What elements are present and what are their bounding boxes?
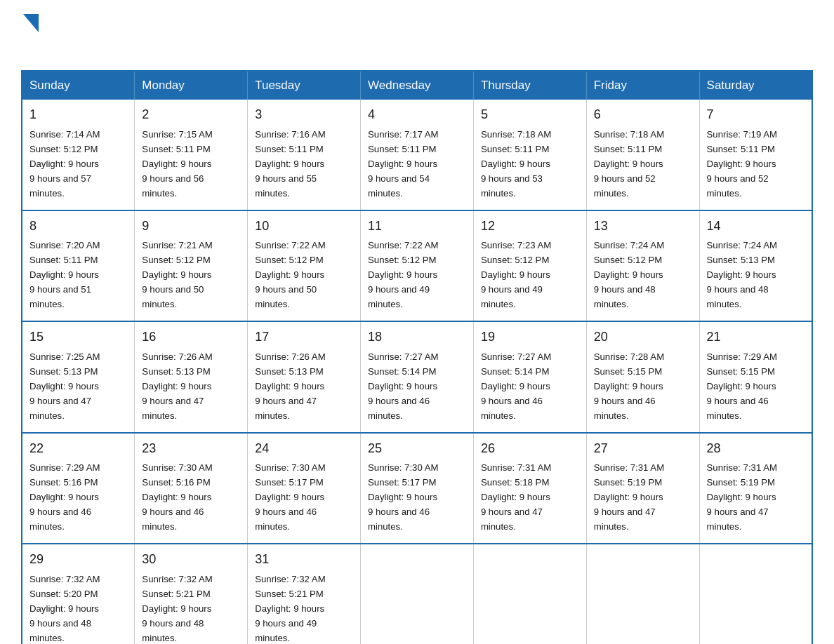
- calendar-cell: 29Sunrise: 7:32 AMSunset: 5:20 PMDayligh…: [22, 544, 135, 644]
- calendar-cell: [699, 544, 812, 644]
- day-number: 27: [594, 439, 692, 459]
- header: [21, 14, 813, 58]
- day-number: 26: [481, 439, 579, 459]
- day-info: Sunrise: 7:24 AMSunset: 5:12 PMDaylight:…: [594, 240, 664, 309]
- calendar-cell: 21Sunrise: 7:29 AMSunset: 5:15 PMDayligh…: [699, 321, 812, 433]
- day-info: Sunrise: 7:17 AMSunset: 5:11 PMDaylight:…: [368, 129, 438, 199]
- calendar-cell: 4Sunrise: 7:17 AMSunset: 5:11 PMDaylight…: [361, 100, 474, 210]
- calendar-cell: 3Sunrise: 7:16 AMSunset: 5:11 PMDaylight…: [248, 100, 361, 210]
- day-info: Sunrise: 7:22 AMSunset: 5:12 PMDaylight:…: [368, 240, 438, 309]
- day-number: 2: [142, 105, 240, 125]
- column-header-monday: Monday: [135, 71, 248, 100]
- calendar-cell: 15Sunrise: 7:25 AMSunset: 5:13 PMDayligh…: [22, 321, 135, 433]
- day-number: 3: [255, 105, 353, 125]
- calendar-cell: 22Sunrise: 7:29 AMSunset: 5:16 PMDayligh…: [22, 433, 135, 544]
- calendar-cell: 7Sunrise: 7:19 AMSunset: 5:11 PMDaylight…: [699, 100, 812, 210]
- calendar-cell: 6Sunrise: 7:18 AMSunset: 5:11 PMDaylight…: [586, 100, 699, 210]
- day-number: 6: [594, 105, 692, 125]
- column-header-sunday: Sunday: [22, 71, 135, 100]
- column-header-tuesday: Tuesday: [248, 71, 361, 100]
- column-header-wednesday: Wednesday: [361, 71, 474, 100]
- calendar-cell: 12Sunrise: 7:23 AMSunset: 5:12 PMDayligh…: [473, 210, 586, 322]
- calendar-cell: 27Sunrise: 7:31 AMSunset: 5:19 PMDayligh…: [586, 433, 699, 544]
- calendar-cell: 13Sunrise: 7:24 AMSunset: 5:12 PMDayligh…: [586, 210, 699, 322]
- day-info: Sunrise: 7:28 AMSunset: 5:15 PMDaylight:…: [594, 351, 664, 421]
- day-info: Sunrise: 7:32 AMSunset: 5:21 PMDaylight:…: [142, 574, 212, 643]
- day-number: 24: [255, 439, 353, 459]
- column-header-friday: Friday: [586, 71, 699, 100]
- day-number: 31: [255, 550, 353, 570]
- calendar-cell: 2Sunrise: 7:15 AMSunset: 5:11 PMDaylight…: [135, 100, 248, 210]
- calendar-cell: [473, 544, 586, 644]
- day-number: 8: [29, 217, 127, 236]
- calendar-cell: 8Sunrise: 7:20 AMSunset: 5:11 PMDaylight…: [22, 210, 135, 322]
- day-info: Sunrise: 7:18 AMSunset: 5:11 PMDaylight:…: [481, 129, 551, 199]
- calendar-table: SundayMondayTuesdayWednesdayThursdayFrid…: [21, 70, 813, 644]
- day-info: Sunrise: 7:27 AMSunset: 5:14 PMDaylight:…: [368, 351, 438, 421]
- day-info: Sunrise: 7:26 AMSunset: 5:13 PMDaylight:…: [255, 351, 325, 421]
- day-number: 15: [29, 328, 127, 347]
- calendar-cell: 10Sunrise: 7:22 AMSunset: 5:12 PMDayligh…: [248, 210, 361, 322]
- calendar-cell: 14Sunrise: 7:24 AMSunset: 5:13 PMDayligh…: [699, 210, 812, 322]
- day-number: 13: [594, 217, 692, 236]
- day-number: 21: [707, 328, 805, 347]
- calendar-week-row: 22Sunrise: 7:29 AMSunset: 5:16 PMDayligh…: [22, 433, 812, 544]
- logo-arrow-icon: [23, 14, 39, 35]
- day-number: 17: [255, 328, 353, 347]
- calendar-week-row: 8Sunrise: 7:20 AMSunset: 5:11 PMDaylight…: [22, 210, 812, 322]
- day-info: Sunrise: 7:30 AMSunset: 5:16 PMDaylight:…: [142, 462, 212, 532]
- day-info: Sunrise: 7:18 AMSunset: 5:11 PMDaylight:…: [594, 129, 664, 199]
- calendar-cell: 11Sunrise: 7:22 AMSunset: 5:12 PMDayligh…: [361, 210, 474, 322]
- day-info: Sunrise: 7:29 AMSunset: 5:16 PMDaylight:…: [29, 462, 100, 532]
- day-info: Sunrise: 7:32 AMSunset: 5:21 PMDaylight:…: [255, 574, 325, 643]
- day-number: 18: [368, 328, 466, 347]
- day-info: Sunrise: 7:31 AMSunset: 5:18 PMDaylight:…: [481, 462, 551, 532]
- day-info: Sunrise: 7:30 AMSunset: 5:17 PMDaylight:…: [368, 462, 438, 532]
- svg-marker-0: [23, 14, 39, 32]
- day-number: 4: [368, 105, 466, 125]
- day-info: Sunrise: 7:31 AMSunset: 5:19 PMDaylight:…: [707, 462, 777, 532]
- day-number: 9: [142, 217, 240, 236]
- calendar-cell: [586, 544, 699, 644]
- day-number: 19: [481, 328, 579, 347]
- day-number: 28: [707, 439, 805, 459]
- day-info: Sunrise: 7:25 AMSunset: 5:13 PMDaylight:…: [29, 351, 100, 421]
- day-number: 16: [142, 328, 240, 347]
- day-number: 7: [707, 105, 805, 125]
- calendar-cell: 28Sunrise: 7:31 AMSunset: 5:19 PMDayligh…: [699, 433, 812, 544]
- day-number: 11: [368, 217, 466, 236]
- day-info: Sunrise: 7:23 AMSunset: 5:12 PMDaylight:…: [481, 240, 551, 309]
- calendar-week-row: 29Sunrise: 7:32 AMSunset: 5:20 PMDayligh…: [22, 544, 812, 644]
- day-info: Sunrise: 7:32 AMSunset: 5:20 PMDaylight:…: [29, 574, 100, 643]
- day-info: Sunrise: 7:21 AMSunset: 5:12 PMDaylight:…: [142, 240, 212, 309]
- calendar-cell: 18Sunrise: 7:27 AMSunset: 5:14 PMDayligh…: [361, 321, 474, 433]
- column-header-saturday: Saturday: [699, 71, 812, 100]
- day-number: 5: [481, 105, 579, 125]
- calendar-cell: 5Sunrise: 7:18 AMSunset: 5:11 PMDaylight…: [473, 100, 586, 210]
- calendar-week-row: 1Sunrise: 7:14 AMSunset: 5:12 PMDaylight…: [22, 100, 812, 210]
- day-info: Sunrise: 7:26 AMSunset: 5:13 PMDaylight:…: [142, 351, 212, 421]
- day-number: 22: [29, 439, 127, 459]
- day-info: Sunrise: 7:29 AMSunset: 5:15 PMDaylight:…: [707, 351, 777, 421]
- day-number: 25: [368, 439, 466, 459]
- calendar-cell: 23Sunrise: 7:30 AMSunset: 5:16 PMDayligh…: [135, 433, 248, 544]
- day-info: Sunrise: 7:19 AMSunset: 5:11 PMDaylight:…: [707, 129, 777, 199]
- calendar-cell: [361, 544, 474, 644]
- day-number: 23: [142, 439, 240, 459]
- calendar-cell: 16Sunrise: 7:26 AMSunset: 5:13 PMDayligh…: [135, 321, 248, 433]
- day-info: Sunrise: 7:22 AMSunset: 5:12 PMDaylight:…: [255, 240, 325, 309]
- day-info: Sunrise: 7:30 AMSunset: 5:17 PMDaylight:…: [255, 462, 325, 532]
- calendar-cell: 20Sunrise: 7:28 AMSunset: 5:15 PMDayligh…: [586, 321, 699, 433]
- day-info: Sunrise: 7:20 AMSunset: 5:11 PMDaylight:…: [29, 240, 100, 309]
- day-number: 1: [29, 105, 127, 125]
- day-info: Sunrise: 7:24 AMSunset: 5:13 PMDaylight:…: [707, 240, 777, 309]
- calendar-cell: 31Sunrise: 7:32 AMSunset: 5:21 PMDayligh…: [248, 544, 361, 644]
- day-info: Sunrise: 7:31 AMSunset: 5:19 PMDaylight:…: [594, 462, 664, 532]
- calendar-cell: 9Sunrise: 7:21 AMSunset: 5:12 PMDaylight…: [135, 210, 248, 322]
- column-header-thursday: Thursday: [473, 71, 586, 100]
- day-info: Sunrise: 7:27 AMSunset: 5:14 PMDaylight:…: [481, 351, 551, 421]
- calendar-cell: 1Sunrise: 7:14 AMSunset: 5:12 PMDaylight…: [22, 100, 135, 210]
- logo: [21, 14, 46, 58]
- day-info: Sunrise: 7:14 AMSunset: 5:12 PMDaylight:…: [29, 129, 100, 199]
- day-number: 12: [481, 217, 579, 236]
